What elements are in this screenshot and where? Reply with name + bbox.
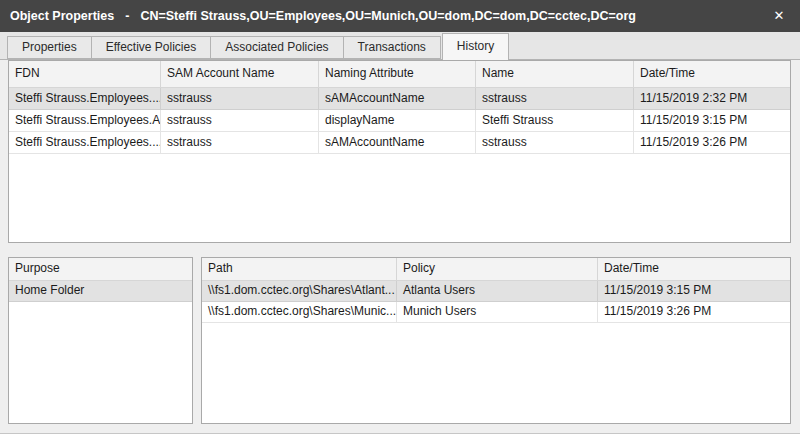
cell-fdn: Steffi Strauss.Employees.A...	[9, 110, 161, 132]
table-row[interactable]: \\fs1.dom.cctec.org\Shares\Atlant... Atl…	[202, 281, 790, 302]
close-icon[interactable]: ✕	[768, 5, 790, 27]
column-header-datetime[interactable]: Date/Time	[598, 258, 790, 280]
tab-effective-policies[interactable]: Effective Policies	[91, 36, 212, 59]
table-row[interactable]: \\fs1.dom.cctec.org\Shares\Munic... Muni…	[202, 302, 790, 323]
table-row[interactable]: Steffi Strauss.Employees.... sstrauss sA…	[9, 132, 790, 154]
column-header-path[interactable]: Path	[202, 258, 397, 280]
titlebar[interactable]: Object Properties - CN=Steffi Strauss,OU…	[0, 0, 800, 32]
cell-naming-attribute: sAMAccountName	[319, 88, 476, 110]
tab-history[interactable]: History	[442, 33, 509, 60]
cell-datetime: 11/15/2019 3:15 PM	[598, 281, 790, 302]
column-header-name[interactable]: Name	[476, 61, 634, 87]
cell-fdn: Steffi Strauss.Employees....	[9, 132, 161, 154]
purpose-table: Purpose Home Folder	[8, 257, 193, 424]
cell-policy: Munich Users	[397, 302, 598, 323]
paths-table: Path Policy Date/Time \\fs1.dom.cctec.or…	[201, 257, 791, 424]
cell-name: Steffi Strauss	[476, 110, 634, 132]
cell-name: sstrauss	[476, 88, 634, 110]
cell-datetime: 11/15/2019 3:15 PM	[634, 110, 790, 132]
column-header-sam-account-name[interactable]: SAM Account Name	[161, 61, 319, 87]
cell-path: \\fs1.dom.cctec.org\Shares\Atlant...	[202, 281, 397, 302]
column-header-datetime[interactable]: Date/Time	[634, 61, 790, 87]
cell-sam-account-name: sstrauss	[161, 110, 319, 132]
cell-sam-account-name: sstrauss	[161, 132, 319, 154]
cell-naming-attribute: displayName	[319, 110, 476, 132]
column-header-fdn[interactable]: FDN	[9, 61, 161, 87]
cell-fdn: Steffi Strauss.Employees....	[9, 88, 161, 110]
window-title: Object Properties	[10, 9, 114, 23]
tab-transactions[interactable]: Transactions	[343, 36, 441, 59]
cell-policy: Atlanta Users	[397, 281, 598, 302]
cell-datetime: 11/15/2019 2:32 PM	[634, 88, 790, 110]
column-header-policy[interactable]: Policy	[397, 258, 598, 280]
cell-name: sstrauss	[476, 132, 634, 154]
cell-path: \\fs1.dom.cctec.org\Shares\Munic...	[202, 302, 397, 323]
tab-strip: Properties Effective Policies Associated…	[0, 32, 800, 60]
history-table: FDN SAM Account Name Naming Attribute Na…	[8, 60, 791, 243]
cell-datetime: 11/15/2019 3:26 PM	[634, 132, 790, 154]
title-separator: -	[125, 9, 129, 23]
history-table-header: FDN SAM Account Name Naming Attribute Na…	[9, 61, 790, 88]
table-row[interactable]: Steffi Strauss.Employees.A... sstrauss d…	[9, 110, 790, 132]
tab-associated-policies[interactable]: Associated Policies	[210, 36, 343, 59]
cell-naming-attribute: sAMAccountName	[319, 132, 476, 154]
object-dn: CN=Steffi Strauss,OU=Employees,OU=Munich…	[140, 9, 636, 23]
table-row[interactable]: Steffi Strauss.Employees.... sstrauss sA…	[9, 88, 790, 110]
column-header-naming-attribute[interactable]: Naming Attribute	[319, 61, 476, 87]
cell-datetime: 11/15/2019 3:26 PM	[598, 302, 790, 323]
paths-table-header: Path Policy Date/Time	[202, 258, 790, 281]
cell-purpose: Home Folder	[9, 281, 192, 302]
tab-properties[interactable]: Properties	[7, 36, 92, 59]
column-header-purpose[interactable]: Purpose	[9, 258, 192, 280]
object-properties-dialog: Object Properties - CN=Steffi Strauss,OU…	[0, 0, 800, 434]
purpose-table-header: Purpose	[9, 258, 192, 281]
table-row[interactable]: Home Folder	[9, 281, 192, 302]
cell-sam-account-name: sstrauss	[161, 88, 319, 110]
